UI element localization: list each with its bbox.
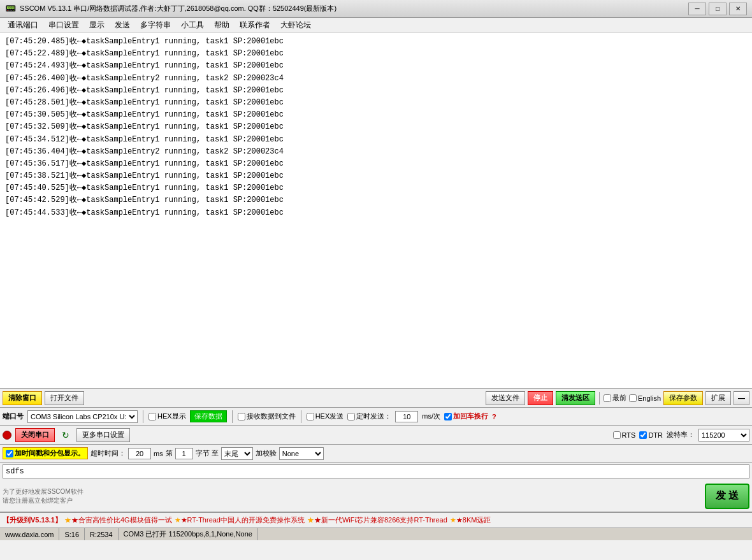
stop-button[interactable]: 停止 xyxy=(528,391,553,405)
question-icon: ? xyxy=(492,413,496,420)
menubar: 通讯端口 串口设置 显示 发送 多字符串 小工具 帮助 联系作者 大虾论坛 xyxy=(0,18,752,33)
news-prefix: 【升级到V5.13.1】 xyxy=(3,515,62,525)
sep3 xyxy=(232,410,233,423)
send-file-button[interactable]: 发送文件 xyxy=(486,391,525,405)
title-text: SSCOM V5.13.1 串口/网络数据调试器,作者:大虾丁丁,2618058… xyxy=(20,4,688,13)
promo-line2: 请您注册嘉立创绑定客户 xyxy=(3,496,83,505)
close-port-button[interactable]: 关闭串口 xyxy=(15,428,55,442)
news-item-3: ★★8KM远距 xyxy=(450,515,491,525)
send-button[interactable]: 发 送 xyxy=(705,484,749,509)
hex-send-group[interactable]: HEX发送 xyxy=(307,412,344,421)
status-port-info: COM3 已打开 115200bps,8,1,None,None xyxy=(119,528,258,540)
collapse-button[interactable]: — xyxy=(734,391,749,405)
last-checkbox[interactable] xyxy=(604,394,611,402)
status-website: www.daxia.com xyxy=(0,528,59,540)
dtr-checkbox[interactable] xyxy=(639,431,647,439)
connection-indicator xyxy=(3,431,11,440)
timed-ms-input[interactable]: 10 xyxy=(395,411,418,422)
minimize-button[interactable]: ─ xyxy=(688,3,706,15)
rts-group[interactable]: RTS xyxy=(613,431,636,439)
news-item-2: ★★新一代WiFi芯片兼容8266支持RT-Thread xyxy=(307,515,447,525)
menu-display[interactable]: 显示 xyxy=(84,18,110,32)
log-line: [07:45:22.489]收←◆taskSampleEntry1 runnin… xyxy=(5,48,747,60)
last-checkbox-group[interactable]: 最前 xyxy=(604,393,626,403)
byte-unit-label: 字节 至 xyxy=(196,449,219,458)
menu-send[interactable]: 发送 xyxy=(110,18,135,32)
sep4 xyxy=(301,410,301,423)
menu-contact[interactable]: 联系作者 xyxy=(235,18,275,32)
titlebar: 📟 SSCOM V5.13.1 串口/网络数据调试器,作者:大虾丁丁,26180… xyxy=(0,0,752,18)
maximize-button[interactable]: □ xyxy=(709,3,727,15)
add-cr-checkbox[interactable] xyxy=(444,413,452,420)
hex-display-checkbox[interactable] xyxy=(148,413,156,420)
menu-help[interactable]: 帮助 xyxy=(209,18,235,32)
input-row: sdfs xyxy=(0,463,752,480)
recv-to-file-checkbox[interactable] xyxy=(238,413,245,420)
menu-comm[interactable]: 通讯端口 xyxy=(3,18,43,32)
hex-display-label-text: HEX显示 xyxy=(157,412,186,421)
english-checkbox-group[interactable]: English xyxy=(629,394,661,402)
news-item-0: ★★合宙高性价比4G模块值得一试 xyxy=(64,515,172,525)
more-settings-button[interactable]: 更多串口设置 xyxy=(76,428,130,442)
menu-tools[interactable]: 小工具 xyxy=(176,18,209,32)
timeout-input[interactable]: 20 xyxy=(128,448,151,459)
baud-select[interactable]: 115200 xyxy=(698,429,749,442)
log-line: [07:45:42.529]收←◆taskSampleEntry1 runnin… xyxy=(5,194,747,206)
port-select[interactable]: COM3 Silicon Labs CP210x U: xyxy=(27,410,138,423)
clear-send-button[interactable]: 清发送区 xyxy=(556,391,595,405)
rts-checkbox[interactable] xyxy=(613,431,621,439)
menu-serial[interactable]: 串口设置 xyxy=(43,18,84,32)
hex-display-group[interactable]: HEX显示 xyxy=(148,412,186,421)
sep1 xyxy=(599,392,600,405)
expand-button[interactable]: 扩展 xyxy=(705,391,731,405)
status-r-count: R:2534 xyxy=(85,528,118,540)
english-checkbox[interactable] xyxy=(629,394,637,402)
save-params-button[interactable]: 保存参数 xyxy=(663,391,703,405)
sep2 xyxy=(143,410,143,423)
baud-label: 波特率： xyxy=(667,430,695,440)
menu-forum[interactable]: 大虾论坛 xyxy=(275,18,316,32)
close-button[interactable]: ✕ xyxy=(729,3,747,15)
timestamp-checkbox[interactable] xyxy=(6,450,13,457)
add-cr-group[interactable]: 加回车换行 xyxy=(444,412,488,421)
log-line: [07:45:36.404]收←◆taskSampleEntry2 runnin… xyxy=(5,146,747,158)
byte-num-input[interactable]: 1 xyxy=(175,448,193,459)
log-line: [07:45:26.496]收←◆taskSampleEntry1 runnin… xyxy=(5,85,747,97)
news-bar: 【升级到V5.13.1】 ★★合宙高性价比4G模块值得一试 ★★RT-Threa… xyxy=(0,512,752,528)
timed-send-label: 定时发送： xyxy=(356,412,391,421)
promo-text: 为了更好地发展SSCOM软件 请您注册嘉立创绑定客户 xyxy=(3,487,83,505)
end-select[interactable]: 末尾 xyxy=(221,447,253,460)
log-line: [07:45:24.493]收←◆taskSampleEntry1 runnin… xyxy=(5,60,747,72)
timestamp-checkbox-group[interactable]: 加时间戳和分包显示。 xyxy=(3,447,88,459)
log-line: [07:45:26.400]收←◆taskSampleEntry2 runnin… xyxy=(5,73,747,85)
log-line: [07:45:32.509]收←◆taskSampleEntry1 runnin… xyxy=(5,121,747,133)
promo-line1: 为了更好地发展SSCOM软件 xyxy=(3,487,83,496)
timeout-label: 超时时间： xyxy=(90,449,126,458)
refresh-icon[interactable]: ↻ xyxy=(59,428,73,442)
status-s-count: S:16 xyxy=(59,528,85,540)
clear-window-button[interactable]: 清除窗口 xyxy=(3,391,42,405)
send-row: 为了更好地发展SSCOM软件 请您注册嘉立创绑定客户 发 送 xyxy=(0,480,752,512)
timed-send-group[interactable]: 定时发送： xyxy=(347,412,391,421)
timestamp-label: 加时间戳和分包显示。 xyxy=(15,449,85,458)
checksum-select[interactable]: None xyxy=(279,447,324,460)
menu-multistr[interactable]: 多字符串 xyxy=(135,18,176,32)
port-label: 端口号 xyxy=(3,412,24,421)
send-input[interactable]: sdfs xyxy=(3,464,749,478)
dtr-label: DTR xyxy=(648,431,663,439)
save-data-button[interactable]: 保存数据 xyxy=(190,410,227,422)
dtr-group[interactable]: DTR xyxy=(639,431,663,439)
log-line: [07:45:28.501]收←◆taskSampleEntry1 runnin… xyxy=(5,97,747,109)
hex-send-label: HEX发送 xyxy=(315,412,344,421)
english-label: English xyxy=(638,394,661,402)
port-row: 端口号 COM3 Silicon Labs CP210x U: HEX显示 保存… xyxy=(0,408,752,426)
log-line: [07:45:34.512]收←◆taskSampleEntry1 runnin… xyxy=(5,134,747,146)
checksum-label: 加校验 xyxy=(256,449,277,458)
recv-to-file-group[interactable]: 接收数据到文件 xyxy=(238,412,296,421)
open-file-button[interactable]: 打开文件 xyxy=(45,391,84,405)
timed-send-checkbox[interactable] xyxy=(347,413,355,420)
ms-per-label: ms/次 xyxy=(422,412,440,421)
byte-label: 第 xyxy=(166,449,173,458)
hex-send-checkbox[interactable] xyxy=(307,413,314,420)
statusbar: www.daxia.com S:16 R:2534 COM3 已打开 11520… xyxy=(0,528,752,540)
